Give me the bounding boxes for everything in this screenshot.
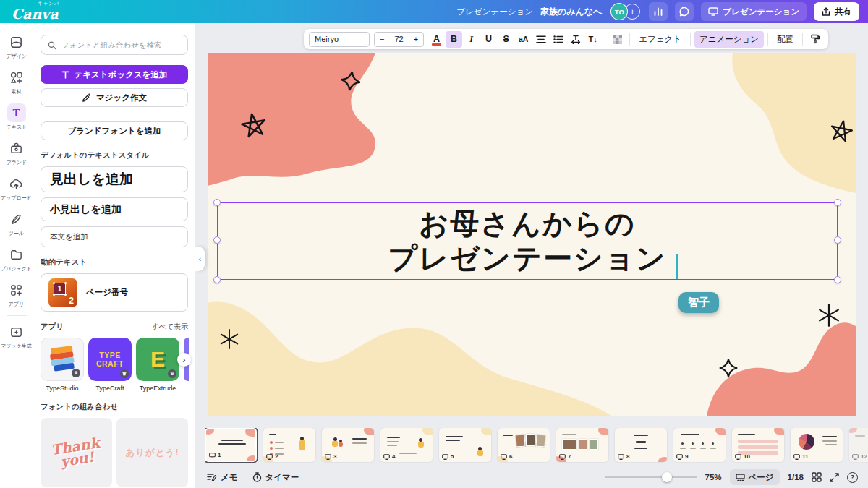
sidebar-item-elements[interactable]: 素材 (0, 64, 33, 100)
panel-collapse-button[interactable]: ‹ (195, 247, 205, 271)
text-format-toolbar: Meiryo − 72 + A B I U S aA T↓ エフェクト アニメー… (304, 29, 828, 49)
app-tile-typestudio[interactable]: ♛ (41, 338, 84, 381)
sparkle-doodle-top[interactable] (339, 69, 362, 93)
sidebar-item-brand[interactable]: ブランド (0, 135, 33, 171)
slide-thumbnail-7[interactable]: 7 (556, 428, 608, 462)
text-case-button[interactable]: aA (515, 31, 532, 48)
show-all-link[interactable]: すべて表示 (151, 322, 188, 332)
toolbar-divider (802, 33, 803, 46)
slide-thumbnail-9[interactable]: 9 (673, 428, 726, 462)
timer-button[interactable]: タイマー (252, 472, 299, 483)
sidebar-item-design[interactable]: デザイン (0, 29, 33, 64)
font-search[interactable] (41, 35, 188, 55)
slide-thumbnail-2[interactable]: 2 (263, 428, 315, 462)
add-body-card[interactable]: 本文を追加 (41, 226, 188, 247)
position-button[interactable]: 配置 (772, 31, 799, 48)
font-size-value[interactable]: 72 (389, 35, 408, 43)
pages-view-toggle[interactable]: ページ (730, 469, 780, 485)
transparency-checker-icon (613, 35, 622, 44)
star-doodle-top-right[interactable] (827, 118, 855, 145)
text-panel: テキストボックスを追加 マジック作文 ブランドフォントを追加 デフォルトのテキス… (33, 23, 195, 488)
sidebar-item-tools[interactable]: ツール (0, 206, 33, 241)
strikethrough-button[interactable]: S (498, 31, 514, 48)
font-combo-card-2[interactable]: ありがとう! (116, 418, 188, 487)
blob-bottom-left-yellow (208, 302, 613, 416)
design-icon (9, 35, 23, 49)
present-button[interactable]: プレゼンテーション (701, 2, 807, 21)
sparkle-doodle-bottom[interactable] (719, 359, 738, 377)
slide-thumbnail-3[interactable]: 3 (322, 428, 374, 462)
magic-write-button[interactable]: マジック作文 (41, 88, 188, 107)
slide-thumbnail-12[interactable]: 12 (849, 428, 868, 462)
sidebar-item-apps[interactable]: アプリ (0, 277, 33, 312)
transparency-button[interactable] (609, 31, 626, 48)
slide-thumbnail-8[interactable]: 8 (615, 428, 667, 462)
app-label-typecraft: TypeCraft (88, 385, 132, 392)
slide-thumbnail-5[interactable]: 5 (439, 428, 491, 462)
effects-button[interactable]: エフェクト (634, 31, 686, 48)
slide-thumbnail-4[interactable]: 4 (380, 428, 433, 462)
font-combo-card-1[interactable]: Thank you! (41, 418, 112, 487)
bullet-list-icon (553, 35, 563, 43)
slide-thumbnail-1[interactable]: 1 (205, 428, 257, 462)
text-color-button[interactable]: A (428, 31, 445, 48)
share-button[interactable]: 共有 (814, 2, 859, 21)
slide-filmstrip[interactable]: 1 2 3 4 5 6 (205, 428, 868, 464)
slide-thumbnail-10[interactable]: 10 (732, 428, 784, 462)
asterisk-doodle-bottom-right[interactable] (817, 304, 841, 327)
list-button[interactable] (550, 31, 566, 48)
comments-button[interactable] (675, 2, 694, 21)
app-tile-typeextrude[interactable]: E ♛ (136, 338, 179, 381)
copy-style-button[interactable] (807, 31, 823, 48)
resize-handle-bottom-left[interactable] (213, 276, 221, 283)
tiles-next-chevron[interactable]: › (177, 353, 191, 367)
resize-handle-top-left[interactable] (213, 199, 221, 206)
slide-thumbnail-6[interactable]: 6 (498, 428, 550, 462)
font-size-decrease[interactable]: − (375, 35, 389, 43)
asterisk-doodle-bottom-left[interactable] (219, 329, 239, 349)
page-number-card[interactable]: 1 2 ページ番号 (41, 273, 188, 312)
page-indicator: 1/18 (788, 473, 804, 481)
fullscreen-icon[interactable] (830, 473, 839, 482)
app-tile-typecraft[interactable]: TYPE CRAFT ♛ (88, 338, 132, 381)
letter-spacing-button[interactable] (567, 31, 584, 48)
sidebar-item-uploads[interactable]: アップロード (0, 171, 33, 206)
insights-button[interactable] (649, 2, 668, 21)
animation-button[interactable]: アニメーション (694, 31, 764, 48)
zoom-slider[interactable] (605, 472, 697, 482)
alignment-button[interactable] (532, 31, 549, 48)
sidebar-item-projects[interactable]: プロジェクト (0, 241, 33, 277)
bold-button[interactable]: B (446, 31, 462, 48)
add-brand-font-button[interactable]: ブランドフォントを追加 (41, 121, 188, 140)
resize-handle-top-right[interactable] (834, 199, 841, 206)
zoom-percent[interactable]: 75% (705, 473, 722, 481)
search-input[interactable] (61, 40, 181, 49)
doc-category-link[interactable]: プレゼンテーション (456, 7, 533, 17)
magic-image-icon (9, 325, 23, 339)
slide-thumbnail-11[interactable]: 11 (791, 428, 843, 462)
cloud-upload-icon (9, 177, 23, 191)
star-doodle-top-left[interactable] (239, 111, 269, 141)
resize-handle-bottom-right[interactable] (834, 276, 841, 283)
grid-view-icon[interactable] (812, 472, 822, 482)
canva-logo[interactable]: キャンバ Canva (12, 3, 59, 21)
add-textbox-button[interactable]: テキストボックスを追加 (41, 65, 188, 84)
slide-canvas[interactable]: お母さんからの プレゼンテーション 智子 (208, 53, 856, 416)
italic-button[interactable]: I (463, 31, 480, 48)
sidebar-item-text[interactable]: T テキスト (0, 100, 33, 135)
add-heading-card[interactable]: 見出しを追加 (41, 166, 188, 192)
app-tiles-row: ♛ TYPE CRAFT ♛ E ♛ › (41, 338, 188, 381)
help-button[interactable]: ? (847, 472, 858, 483)
underline-button[interactable]: U (480, 31, 497, 48)
font-family-select[interactable]: Meiryo (309, 32, 370, 47)
zoom-slider-thumb[interactable] (662, 472, 672, 482)
add-subheading-card[interactable]: 小見出しを追加 (41, 197, 188, 221)
avatar[interactable]: TO (610, 3, 628, 20)
folder-icon (9, 248, 23, 262)
vertical-text-button[interactable]: T↓ (584, 31, 601, 48)
slide-title-text[interactable]: お母さんからの プレゼンテーション (217, 206, 838, 275)
font-size-increase[interactable]: + (409, 35, 423, 43)
doc-title[interactable]: 家族のみんなへ (540, 6, 602, 18)
notes-button[interactable]: メモ (207, 472, 238, 483)
sidebar-item-magic-generate[interactable]: マジック生成 (0, 319, 33, 354)
